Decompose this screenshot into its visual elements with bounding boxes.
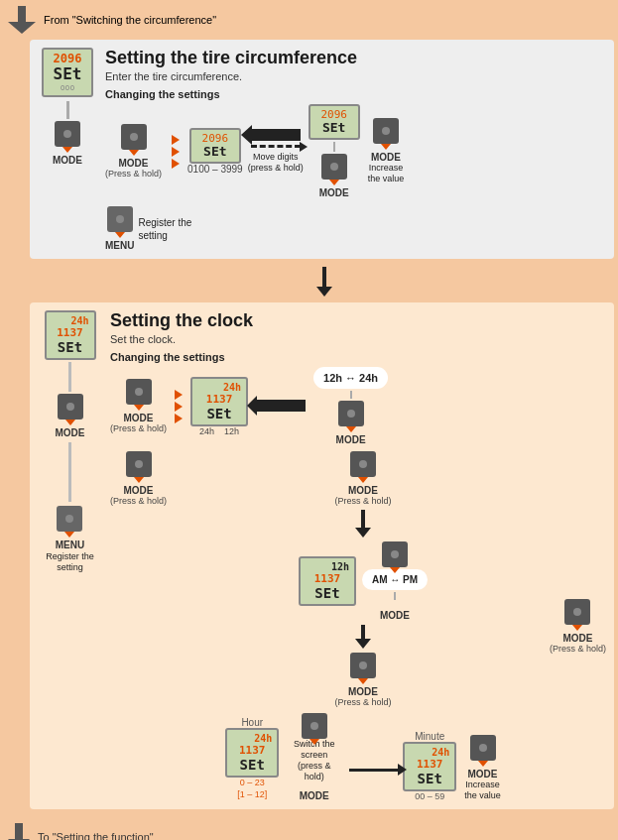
mode-label-2: MODE: [319, 187, 349, 198]
increase-col-2: MODE Increasethe value: [464, 735, 501, 801]
press-hold-left: (Press & hold): [110, 496, 167, 506]
flow-head-2: [355, 528, 371, 538]
menu-icon-1: [107, 206, 133, 232]
mode-icon-toggle: [338, 401, 364, 426]
mode-btn-3[interactable]: MODE (Press & hold): [110, 379, 167, 433]
section1-row: MODE (Press & hold) 2096 SEt: [105, 104, 606, 198]
orange-arrow-2c: [175, 414, 183, 423]
lcd-clock-num: 1137: [197, 393, 241, 406]
section2-subtitle: Set the clock.: [110, 333, 606, 345]
hour-range: 0 – 23[1 – 12]: [237, 778, 267, 800]
hour-col: Hour 24h 1137 SEt 0 – 23[1 – 12]: [225, 717, 279, 800]
from-label: From "Switching the circumference": [44, 14, 216, 26]
mode-btn-2[interactable]: MODE: [316, 154, 352, 198]
to-label: To "Setting the function": [38, 831, 154, 840]
vert-line1: [66, 101, 69, 119]
lcd-hour-24h: 24h: [232, 733, 272, 744]
lcd-range-bot: SEt: [196, 145, 234, 159]
section1-content: Setting the tire circumference Enter the…: [105, 48, 606, 251]
triple-arrow-2: [175, 390, 183, 423]
lcd-clock: 24h 1137 SEt: [190, 377, 248, 426]
orange-arrow-1c: [172, 159, 180, 169]
register-label-2: Register thesetting: [46, 551, 94, 573]
right-press-hold-col[interactable]: MODE (Press & hold): [550, 599, 606, 654]
section1-subtitle: Enter the tire circumference.: [105, 70, 606, 82]
left-lcd: 2096 SEt ooo: [42, 48, 93, 97]
mode-icon-3: [126, 379, 152, 405]
increase-icon-1: [373, 118, 399, 144]
section2-changing-label: Changing the settings: [110, 351, 606, 363]
lcd-ampm-bot: SEt: [306, 585, 349, 601]
lcd-range-col: 2096 SEt 0100 – 3999: [187, 128, 243, 175]
mode-icon-2: [321, 154, 347, 180]
svg-marker-1: [8, 22, 36, 34]
lcd-ampm-12h: 12h: [306, 561, 349, 572]
from-label-row: From "Switching the circumference": [0, 0, 618, 40]
left-lcd-2: 24h 1137 SEt: [45, 310, 96, 360]
page: From "Switching the circumference" 2096 …: [0, 0, 618, 840]
left-mode-label-2: MODE: [56, 427, 85, 438]
press-hold-right: (Press & hold): [550, 644, 606, 654]
lcd-hour-bot: SEt: [232, 757, 272, 773]
toggle-12-24-box: 12h ↔ 24h: [313, 367, 388, 389]
svg-rect-0: [18, 6, 26, 24]
section2-content: Setting the clock Set the clock. Changin…: [110, 310, 606, 800]
section2-mid-row: MODE (Press & hold) MODE (Press & hold): [110, 451, 606, 800]
hour-label: Hour: [241, 717, 263, 728]
section1-changing-label: Changing the settings: [105, 88, 606, 100]
minute-col: Minute 24h 1137 SEt 00 – 59: [403, 731, 456, 801]
lcd-range: 2096 SEt: [189, 128, 241, 164]
left-mode-icon: [55, 121, 80, 147]
switch-screen-icon: [302, 713, 327, 739]
lcd-min-bot: SEt: [410, 771, 449, 786]
flow-down-2: [355, 510, 371, 538]
increase-value-label-2: Increasethe value: [464, 780, 501, 801]
increase-mode-label-2: MODE: [468, 769, 498, 780]
switch-screen-col[interactable]: Switch the screen(press & hold) MODE: [287, 713, 341, 800]
mode-press-hold-1[interactable]: MODE (Press & hold): [105, 124, 162, 179]
left-lcd-bot: SEt: [49, 65, 86, 83]
flow-head-3: [355, 639, 371, 649]
mode-btn-ph-bottom[interactable]: MODE (Press & hold): [334, 653, 391, 707]
fat-arrow-left-2: [256, 400, 306, 412]
mode-label-1: MODE: [119, 158, 149, 169]
ampm-row: 12h 1137 SEt AM ↔ PM MODE: [299, 541, 428, 621]
mode-label-ph-left: MODE: [124, 485, 154, 496]
lcd-min-24h: 24h: [410, 747, 449, 758]
left-lcd-dots: ooo: [49, 83, 86, 92]
increase-icon-2: [470, 735, 496, 761]
mode-label-right: MODE: [562, 633, 592, 644]
mode-btn-ph-center[interactable]: MODE (Press & hold): [334, 451, 391, 506]
lcd-ampm: 12h 1137 SEt: [299, 556, 356, 606]
lcd2-col: 2096 SEt MODE: [309, 104, 360, 198]
flow-line-3: [361, 625, 365, 639]
minute-label: Minute: [415, 731, 444, 742]
mode-icon-1: [121, 124, 147, 150]
fat-arrows-col: Move digits(press & hold): [247, 129, 305, 174]
increase-mode-label-1: MODE: [371, 152, 401, 163]
range-text: 0100 – 3999: [187, 164, 243, 175]
flow-head-1: [316, 287, 332, 297]
lcd-minute: 24h 1137 SEt: [403, 742, 456, 791]
fat-arrow-left: [251, 129, 301, 141]
left-lcd2-num: 1137: [52, 326, 89, 339]
mode-btn-toggle[interactable]: MODE: [333, 401, 369, 445]
menu-btn-1[interactable]: MENU: [105, 206, 134, 251]
vert-line5: [350, 391, 352, 399]
mode-icon-right: [564, 599, 590, 625]
label-24h: 24h: [199, 426, 214, 436]
menu-btn-2[interactable]: MENU: [56, 506, 84, 550]
lcd-hour-num: 1137: [232, 744, 272, 757]
left-lcd2-24h: 24h: [52, 315, 89, 326]
left-mode-btn[interactable]: MODE: [50, 121, 85, 166]
ampm-toggle-col: AM ↔ PM MODE: [362, 541, 428, 621]
minute-range: 00 – 59: [415, 791, 444, 801]
mode-label-ph-center: MODE: [348, 485, 378, 496]
label-12h: 12h: [224, 426, 239, 436]
register-row: MENU Register thesetting: [105, 206, 606, 251]
left-mode-btn-2[interactable]: MODE: [53, 394, 88, 438]
section2-title: Setting the clock: [110, 310, 606, 331]
increase-value-label-1: Increasethe value: [368, 163, 405, 184]
mode-btn-ph-left[interactable]: MODE (Press & hold): [110, 451, 167, 506]
press-hold-center: (Press & hold): [334, 496, 391, 506]
